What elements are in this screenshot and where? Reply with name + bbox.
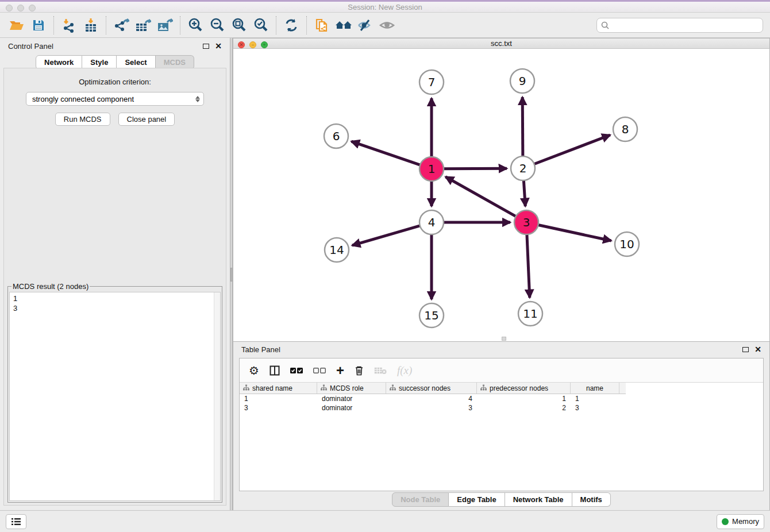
- float-panel-icon[interactable]: [203, 44, 209, 49]
- svg-text:10: 10: [619, 237, 634, 251]
- table-cell[interactable]: 1: [571, 395, 619, 403]
- minimize-window-button[interactable]: [17, 5, 24, 11]
- graph-node-10[interactable]: 10: [615, 232, 639, 256]
- task-list-icon: [11, 518, 21, 526]
- graph-edge-3-10[interactable]: [538, 225, 611, 241]
- home-view-icon[interactable]: [333, 15, 355, 36]
- optimization-criterion-select[interactable]: strongly connected component: [26, 92, 204, 106]
- network-canvas[interactable]: 7968124314101511: [233, 49, 770, 341]
- close-window-button[interactable]: [6, 5, 13, 11]
- zoom-fit-icon[interactable]: [228, 15, 250, 36]
- column-header-successor-nodes[interactable]: successor nodes: [386, 383, 477, 394]
- optimization-criterion-label: Optimization criterion:: [4, 78, 226, 86]
- toolbar-separator: [180, 16, 180, 34]
- column-header-shared-name[interactable]: shared name: [240, 383, 317, 394]
- refresh-view-icon[interactable]: [280, 15, 302, 36]
- svg-text:3: 3: [523, 215, 530, 229]
- column-header-name[interactable]: name: [571, 383, 619, 394]
- tab-edge-table[interactable]: Edge Table: [449, 492, 505, 507]
- table-row[interactable]: 3dominator323: [240, 403, 763, 413]
- import-table-icon[interactable]: [80, 15, 102, 36]
- close-panel-icon[interactable]: ✕: [215, 42, 222, 50]
- graph-node-8[interactable]: 8: [613, 117, 637, 141]
- copy-network-icon[interactable]: [311, 15, 333, 36]
- canvas-splitter-handle[interactable]: [502, 337, 506, 341]
- show-columns-icon[interactable]: [270, 365, 280, 376]
- table-cell[interactable]: 1: [240, 395, 317, 403]
- close-panel-button[interactable]: Close panel: [118, 113, 175, 126]
- delete-column-icon[interactable]: [355, 365, 364, 376]
- tab-motifs[interactable]: Motifs: [572, 492, 611, 507]
- tab-network-table[interactable]: Network Table: [505, 492, 572, 507]
- graph-edge-2-8[interactable]: [534, 135, 610, 164]
- graph-edge-4-14[interactable]: [352, 226, 420, 245]
- result-item[interactable]: 3: [13, 303, 217, 313]
- splitter-handle[interactable]: [230, 268, 232, 282]
- maximize-window-button[interactable]: [29, 5, 36, 11]
- table-panel-title: Table Panel: [241, 345, 280, 354]
- graph-edge-2-9[interactable]: [522, 97, 523, 156]
- table-settings-icon[interactable]: ⚙: [249, 364, 259, 377]
- task-history-button[interactable]: [6, 514, 26, 529]
- table-header-row: shared nameMCDS rolesuccessor nodesprede…: [240, 383, 626, 394]
- graph-node-14[interactable]: 14: [325, 238, 349, 262]
- mcds-result-list[interactable]: 13: [9, 292, 221, 501]
- graph-edge-1-2[interactable]: [444, 168, 507, 169]
- table-cell[interactable]: dominator: [317, 395, 386, 403]
- svg-text:2: 2: [519, 161, 527, 175]
- export-image-icon[interactable]: [154, 15, 176, 36]
- graph-node-7[interactable]: 7: [419, 70, 444, 94]
- graph-edge-3-11[interactable]: [527, 234, 530, 298]
- column-header-MCDS-role[interactable]: MCDS role: [317, 383, 386, 394]
- run-mcds-button[interactable]: Run MCDS: [55, 113, 110, 126]
- graph-node-4[interactable]: 4: [419, 210, 444, 234]
- graph-node-9[interactable]: 9: [510, 69, 534, 93]
- table-cell[interactable]: 3: [571, 404, 619, 412]
- memory-button[interactable]: Memory: [717, 514, 764, 529]
- network-graph[interactable]: 7968124314101511: [233, 49, 769, 339]
- table-cell[interactable]: 3: [240, 404, 317, 412]
- graph-node-1[interactable]: 1: [419, 157, 444, 181]
- result-scrollbar[interactable]: [214, 292, 220, 500]
- save-session-icon[interactable]: [28, 15, 49, 36]
- graph-node-15[interactable]: 15: [419, 303, 444, 327]
- search-input[interactable]: [612, 21, 763, 30]
- table-cell[interactable]: 2: [477, 404, 571, 412]
- graph-node-3[interactable]: 3: [514, 210, 538, 234]
- graph-node-11[interactable]: 11: [518, 302, 542, 326]
- table-cell[interactable]: 1: [477, 395, 571, 403]
- add-column-icon[interactable]: +: [336, 364, 344, 377]
- deselect-all-icon[interactable]: [313, 367, 326, 374]
- close-table-panel-icon[interactable]: ✕: [754, 345, 761, 353]
- tab-node-table[interactable]: Node Table: [392, 492, 449, 507]
- search-box[interactable]: [596, 18, 763, 33]
- graph-node-6[interactable]: 6: [324, 124, 348, 148]
- float-table-panel-icon[interactable]: [742, 347, 749, 352]
- table-cell[interactable]: 3: [386, 404, 477, 412]
- result-item[interactable]: 1: [13, 294, 217, 303]
- graph-edge-3-1[interactable]: [445, 177, 515, 217]
- column-header-predecessor-nodes[interactable]: predecessor nodes: [477, 383, 571, 394]
- graph-edge-2-3[interactable]: [523, 180, 525, 206]
- export-table-icon[interactable]: [132, 15, 154, 36]
- network-close-button[interactable]: ✕: [238, 41, 245, 48]
- app-window: Session: New Session: [0, 0, 770, 532]
- zoom-out-icon[interactable]: [206, 15, 228, 36]
- table-cell[interactable]: dominator: [317, 404, 386, 412]
- table-row[interactable]: 1dominator411: [240, 394, 763, 403]
- network-zoom-button[interactable]: +: [261, 41, 268, 48]
- table-panel: Table Panel ✕ ⚙: [233, 342, 770, 510]
- open-session-icon[interactable]: [6, 15, 28, 36]
- graph-node-2[interactable]: 2: [511, 156, 535, 180]
- zoom-in-icon[interactable]: [184, 15, 206, 36]
- export-network-icon[interactable]: [110, 15, 132, 36]
- select-all-icon[interactable]: [290, 367, 303, 374]
- graph-edge-1-6[interactable]: [351, 141, 420, 165]
- network-minimize-button[interactable]: −: [249, 41, 256, 48]
- hide-selected-eye-icon[interactable]: [355, 15, 376, 36]
- table-cell[interactable]: 4: [386, 395, 477, 403]
- column-type-icon: [390, 384, 396, 392]
- show-all-eye-icon[interactable]: [376, 15, 398, 36]
- import-network-icon[interactable]: [58, 15, 80, 36]
- zoom-selected-icon[interactable]: [250, 15, 272, 36]
